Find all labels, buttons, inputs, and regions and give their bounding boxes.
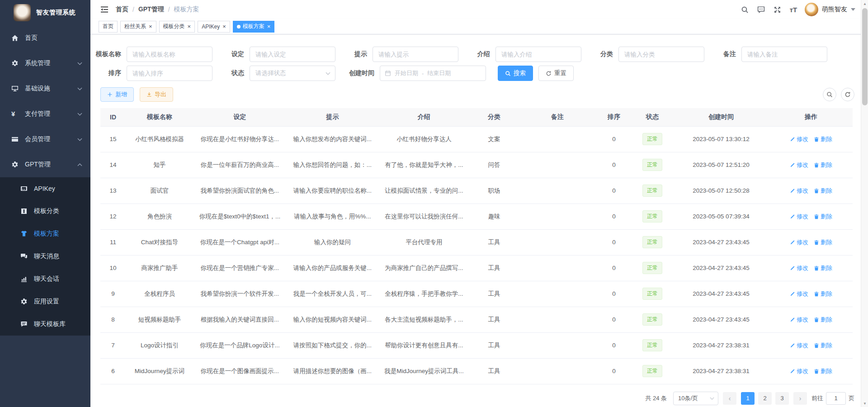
- tab-close-icon[interactable]: ×: [222, 24, 226, 29]
- cell-name: 面试官: [126, 178, 193, 204]
- cell-id: 9: [100, 281, 126, 307]
- cell-name: 小红书风格模拟器: [126, 126, 193, 152]
- delete-button[interactable]: 删除: [814, 238, 832, 246]
- edit-button[interactable]: 修改: [790, 187, 808, 195]
- date-range-picker[interactable]: 开始日期 - 结束日期: [380, 66, 486, 81]
- edit-icon: [790, 240, 795, 245]
- tab-template-plan[interactable]: 模板方案×: [233, 21, 275, 33]
- topbar: 首页/GPT管理/模板方案 тT 萌熊智友: [90, 0, 868, 19]
- category-input[interactable]: [618, 47, 704, 62]
- app-logo[interactable]: 智友管理系统: [0, 0, 90, 25]
- delete-button[interactable]: 删除: [814, 367, 832, 375]
- scrollbar-thumb[interactable]: [862, 8, 868, 105]
- prev-page-button[interactable]: ‹: [723, 392, 736, 405]
- table-row: 11 Chat对接指导 你现在是一个Chatgpt api对... 输入你的疑问…: [100, 229, 853, 255]
- sidebar-item-chat-message[interactable]: 聊天消息: [0, 245, 90, 268]
- refresh-icon[interactable]: [841, 88, 854, 101]
- sidebar-item-payment[interactable]: ¥支付管理: [0, 101, 90, 127]
- sidebar-item-infrastructure[interactable]: 基础设施: [0, 76, 90, 101]
- goto-page-input[interactable]: [826, 392, 846, 405]
- intro-input[interactable]: [495, 47, 581, 62]
- breadcrumb-item[interactable]: GPT管理: [138, 5, 164, 14]
- collapse-sidebar-icon[interactable]: [100, 6, 108, 13]
- breadcrumb-separator: /: [168, 6, 170, 13]
- toggle-search-icon[interactable]: [823, 88, 836, 101]
- scrollbar-down-arrow[interactable]: ▼: [861, 400, 868, 407]
- cell-category: 工具: [469, 307, 519, 332]
- cell-id: 8: [100, 307, 126, 332]
- delete-button[interactable]: 删除: [814, 264, 832, 272]
- template-name-input[interactable]: [127, 47, 212, 62]
- tab-close-icon[interactable]: ×: [267, 24, 271, 29]
- sort-input[interactable]: [127, 66, 212, 81]
- tab-fans-relation[interactable]: 粉丝关系×: [120, 21, 156, 33]
- column-header: ID: [100, 108, 126, 126]
- table-row: 8 短视频标题助手 根据我输入的关键词直接回... 输入你的短视频内容关键词..…: [100, 307, 853, 332]
- status-select[interactable]: 请选择状态: [250, 66, 335, 81]
- fullscreen-icon[interactable]: [772, 5, 782, 14]
- table-row: 13 面试官 我希望你扮演面试官的角色... 请输入你要应聘的职位名称... 让…: [100, 178, 853, 204]
- cell-remark: [519, 255, 596, 281]
- tab-home[interactable]: 首页: [99, 21, 118, 33]
- breadcrumb-item[interactable]: 首页: [116, 5, 128, 14]
- status-select-placeholder: 请选择状态: [255, 69, 286, 77]
- prompt-input[interactable]: [373, 47, 458, 62]
- sidebar-item-system[interactable]: 系统管理: [0, 51, 90, 76]
- cell-sort: 0: [596, 178, 632, 204]
- search-icon[interactable]: [740, 5, 750, 14]
- delete-button[interactable]: 删除: [814, 290, 832, 298]
- delete-button[interactable]: 删除: [814, 316, 832, 324]
- sidebar-item-apikey[interactable]: APIKey: [0, 177, 90, 200]
- tab-close-icon[interactable]: ×: [149, 24, 152, 29]
- tab-close-icon[interactable]: ×: [188, 24, 191, 29]
- reset-button[interactable]: 重置: [538, 66, 574, 81]
- font-size-icon[interactable]: тT: [788, 5, 798, 14]
- tab-template-category[interactable]: 模板分类×: [159, 21, 195, 33]
- cell-id: 13: [100, 178, 126, 204]
- chevron-down-icon: [77, 138, 82, 141]
- edit-button[interactable]: 修改: [790, 316, 808, 324]
- delete-button[interactable]: 删除: [814, 135, 832, 143]
- column-header: 介绍: [379, 108, 469, 126]
- sidebar-item-chat-session[interactable]: 聊天会话: [0, 268, 90, 290]
- sidebar-item-chat-template-lib[interactable]: 聊天模板库: [0, 313, 90, 336]
- page-size-select[interactable]: 10条/页: [673, 392, 718, 405]
- edit-button[interactable]: 修改: [790, 341, 808, 350]
- export-button[interactable]: 导出: [140, 87, 173, 102]
- page-button-2[interactable]: 2: [758, 392, 772, 405]
- search-button[interactable]: 搜索: [498, 66, 533, 81]
- sidebar-item-home[interactable]: 首页: [0, 25, 90, 51]
- setting-input[interactable]: [250, 47, 335, 62]
- edit-button[interactable]: 修改: [790, 367, 808, 375]
- edit-button[interactable]: 修改: [790, 290, 808, 298]
- user-menu[interactable]: 萌熊智友: [805, 3, 855, 16]
- sidebar-item-template-plan[interactable]: 模板方案: [0, 222, 90, 245]
- edit-button[interactable]: 修改: [790, 161, 808, 169]
- next-page-button[interactable]: ›: [793, 392, 807, 405]
- edit-button[interactable]: 修改: [790, 213, 808, 221]
- page-button-1[interactable]: 1: [741, 392, 755, 405]
- delete-button[interactable]: 删除: [814, 341, 832, 350]
- edit-button[interactable]: 修改: [790, 238, 808, 246]
- cell-id: 14: [100, 152, 126, 178]
- sidebar-item-template-category[interactable]: 模板分类: [0, 200, 90, 222]
- tab-apikey[interactable]: APIKey×: [198, 21, 230, 33]
- table-row: 7 Logo设计指引 你现在是一个品牌Logo设计... 请按照如下格式提交，你…: [100, 332, 853, 358]
- page-button-3[interactable]: 3: [775, 392, 789, 405]
- key-icon: [20, 185, 28, 192]
- add-button[interactable]: 新增: [100, 87, 134, 102]
- delete-button[interactable]: 删除: [814, 187, 832, 195]
- edit-button[interactable]: 修改: [790, 135, 808, 143]
- sidebar-item-app-settings[interactable]: 应用设置: [0, 290, 90, 313]
- page-scrollbar[interactable]: ▲ ▼: [861, 0, 868, 407]
- remark-input[interactable]: [741, 47, 827, 62]
- delete-button[interactable]: 删除: [814, 161, 832, 169]
- sidebar-item-member[interactable]: 会员管理: [0, 127, 90, 152]
- column-header: 备注: [519, 108, 596, 126]
- cell-name: 角色扮演: [126, 204, 193, 229]
- scrollbar-up-arrow[interactable]: ▲: [861, 0, 868, 7]
- message-icon[interactable]: [756, 5, 766, 14]
- sidebar-item-gpt[interactable]: GPT管理: [0, 152, 90, 177]
- delete-button[interactable]: 删除: [814, 213, 832, 221]
- edit-button[interactable]: 修改: [790, 264, 808, 272]
